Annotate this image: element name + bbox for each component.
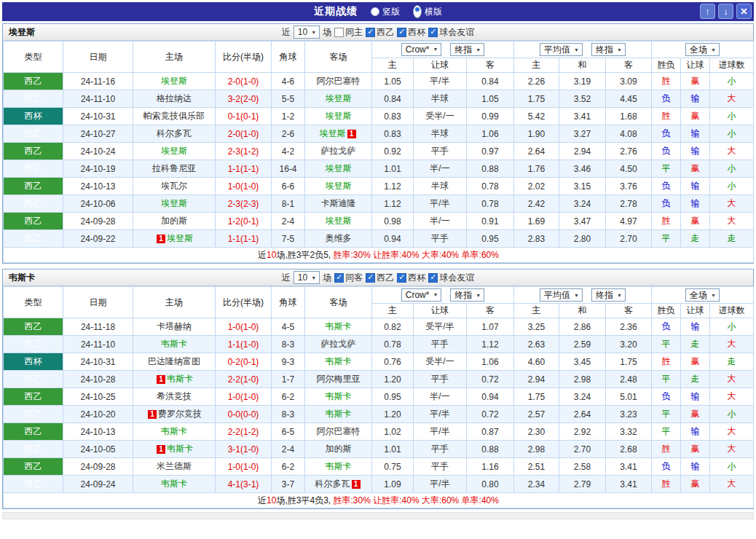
checkbox-label: 球会友谊 xyxy=(439,26,474,39)
sub-column-header: 主 xyxy=(514,304,559,318)
header-dropdown[interactable]: Crow*▼ xyxy=(401,288,442,302)
close-button[interactable]: × xyxy=(736,4,752,19)
header-dropdown-value: 平均值 xyxy=(540,289,572,302)
header-dropdown[interactable]: 全场▼ xyxy=(685,43,720,56)
chevron-down-icon: ▼ xyxy=(309,275,319,280)
horizontal-scrollbar[interactable] xyxy=(2,512,754,519)
filter-checkbox[interactable]: 西乙 xyxy=(366,26,394,39)
team-label: 韦斯卡 xyxy=(161,339,187,349)
handicap-result-cell: 输 xyxy=(681,143,710,160)
away-team-cell: 埃登斯 xyxy=(305,108,372,125)
competition-cell: 西乙 xyxy=(4,125,63,143)
score-cell: 3-1(1-0) xyxy=(216,441,272,458)
filter-checkbox[interactable]: 同客 xyxy=(334,272,363,284)
away-team-cell: 卡斯迪隆 xyxy=(305,195,372,213)
radio-icon[interactable] xyxy=(371,7,379,16)
filter-checkbox[interactable]: 西杯 xyxy=(397,272,425,284)
games-label: 场 xyxy=(323,26,331,39)
view-option-vertical[interactable]: 竖版 xyxy=(371,6,400,18)
radio-icon[interactable] xyxy=(413,5,422,18)
checkbox-icon[interactable] xyxy=(334,28,344,37)
team-label: 埃登斯 xyxy=(161,146,187,156)
filter-checkbox[interactable]: 西杯 xyxy=(397,26,425,39)
checkbox-icon[interactable] xyxy=(397,273,406,283)
score-cell: 3-2(2-0) xyxy=(216,90,272,108)
column-header: 主场 xyxy=(133,287,216,318)
handicap-result-cell: 赢 xyxy=(681,406,710,423)
summary-segment: 近 xyxy=(258,495,267,505)
date-cell: 24-10-06 xyxy=(63,195,133,213)
corner-cell: 2-6 xyxy=(272,125,305,143)
euro-home-odds-cell: 1.75 xyxy=(514,388,559,406)
match-result-cell: 胜 xyxy=(652,73,681,90)
date-cell: 24-09-28 xyxy=(63,213,133,230)
match-row: 西乙24-10-051韦斯卡3-1(1-0)2-4加的斯1.01平手0.882.… xyxy=(4,441,754,458)
scroll-down-button[interactable]: ↓ xyxy=(718,4,733,19)
match-row: 西乙24-10-281韦斯卡2-2(1-0)1-7阿尔梅里亚1.20平手0.72… xyxy=(4,371,754,388)
handicap-result-cell: 输 xyxy=(681,90,710,108)
match-result-cell: 负 xyxy=(652,90,681,108)
header-dropdown[interactable]: Crow*▼ xyxy=(401,43,442,56)
scroll-up-button[interactable]: ↑ xyxy=(700,4,715,19)
euro-home-odds-cell: 2.42 xyxy=(514,195,559,213)
header-dropdown[interactable]: 终指▼ xyxy=(450,288,484,302)
header-dropdown[interactable]: 终指▼ xyxy=(591,288,626,302)
asian-away-odds-cell: 0.80 xyxy=(467,476,514,493)
date-cell: 24-10-31 xyxy=(63,353,133,371)
header-dropdown[interactable]: 平均值▼ xyxy=(540,288,583,302)
filter-checkbox[interactable]: 同主 xyxy=(334,26,363,39)
goals-result-cell: 大 xyxy=(710,195,754,213)
header-dropdown[interactable]: 全场▼ xyxy=(685,288,720,302)
team-label: 韦斯卡 xyxy=(326,356,352,366)
match-count-select[interactable]: 10▼ xyxy=(294,271,320,284)
away-team-cell: 韦斯卡 xyxy=(305,388,372,406)
asian-away-odds-cell: 0.72 xyxy=(467,406,514,423)
filter-checkbox[interactable]: 球会友谊 xyxy=(428,272,474,284)
corner-cell: 6-5 xyxy=(272,423,305,441)
checkbox-icon[interactable] xyxy=(428,28,438,37)
filter-checkbox[interactable]: 西乙 xyxy=(366,272,394,284)
filter-checkbox[interactable]: 球会友谊 xyxy=(428,26,474,39)
competition-cell: 西乙 xyxy=(4,73,63,90)
checkbox-icon[interactable] xyxy=(428,273,438,283)
checkbox-icon[interactable] xyxy=(334,273,344,283)
header-dropdown[interactable]: 终指▼ xyxy=(591,43,626,56)
score-cell: 1-1(1-1) xyxy=(216,160,272,178)
header-dropdown[interactable]: 平均值▼ xyxy=(540,43,583,56)
team-label: 埃瓦尔 xyxy=(161,181,187,191)
header-dropdown[interactable]: 终指▼ xyxy=(450,43,484,56)
match-count-select[interactable]: 10▼ xyxy=(294,25,320,39)
euro-draw-odds-cell: 3.24 xyxy=(559,195,606,213)
header-dropdown-value: Crow* xyxy=(402,290,431,300)
euro-draw-odds-cell: 3.47 xyxy=(559,213,606,230)
handicap-result-cell: 输 xyxy=(681,388,710,406)
checkbox-label: 西杯 xyxy=(408,26,425,39)
checkbox-icon[interactable] xyxy=(366,28,375,37)
team-label: 韦斯卡 xyxy=(161,479,187,489)
team-label: 韦斯卡 xyxy=(326,321,352,331)
checkbox-icon[interactable] xyxy=(397,28,406,37)
match-row: 西杯24-10-31巴达隆纳富图0-2(0-1)9-3韦斯卡0.76受半/一1.… xyxy=(4,353,754,371)
score-cell: 0-1(0-1) xyxy=(216,108,272,125)
corner-cell: 5-5 xyxy=(272,90,305,108)
asian-handicap-cell: 受半/一 xyxy=(414,108,467,125)
score-cell: 2-0(1-0) xyxy=(216,73,272,90)
euro-away-odds-cell: 4.50 xyxy=(606,160,652,178)
euro-away-odds-cell: 2.78 xyxy=(606,195,652,213)
score-cell: 0-2(0-1) xyxy=(216,353,272,371)
euro-away-odds-cell: 3.41 xyxy=(606,458,652,476)
handicap-result-cell: 输 xyxy=(681,125,710,143)
away-team-cell: 埃登斯 xyxy=(305,213,372,230)
euro-draw-odds-cell: 3.19 xyxy=(559,73,606,90)
goals-result-cell: 大 xyxy=(710,336,754,353)
team-label: 费罗尔竞技 xyxy=(158,409,202,419)
handicap-result-cell: 赢 xyxy=(681,476,710,493)
team-label: 埃登斯 xyxy=(326,163,352,173)
checkbox-icon[interactable] xyxy=(366,273,375,283)
view-option-horizontal[interactable]: 横版 xyxy=(413,5,442,18)
home-team-cell: 巴达隆纳富图 xyxy=(133,353,216,371)
goals-result-cell: 小 xyxy=(710,318,754,336)
match-result-cell: 负 xyxy=(652,458,681,476)
date-cell: 24-11-10 xyxy=(63,90,133,108)
sub-column-header: 进球数 xyxy=(710,304,754,318)
